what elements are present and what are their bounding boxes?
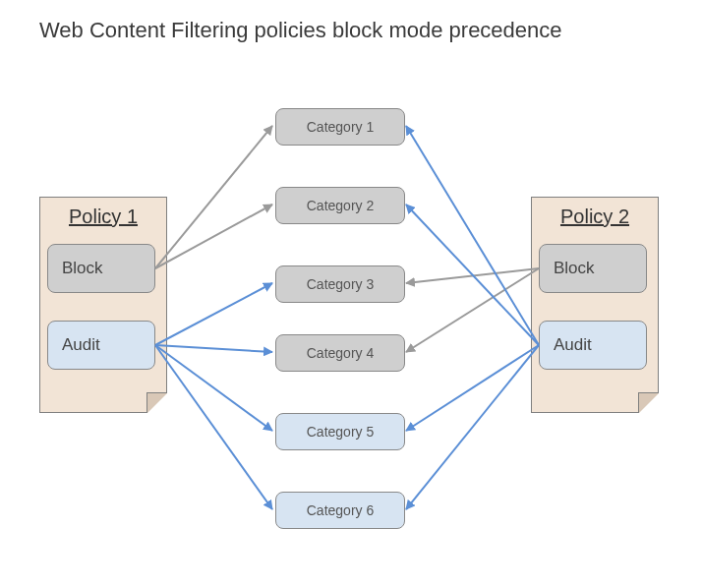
policy-2-title: Policy 2 — [532, 198, 658, 238]
svg-line-8 — [406, 126, 539, 345]
policy-2-block-mode: Block — [539, 244, 647, 293]
policy-1-box: Policy 1 — [39, 197, 167, 413]
policy-1-audit-mode: Audit — [47, 321, 155, 370]
policy-2-audit-mode: Audit — [539, 321, 647, 370]
diagram-title: Web Content Filtering policies block mod… — [39, 18, 562, 43]
svg-line-5 — [155, 345, 272, 509]
policy-1-block-mode: Block — [47, 244, 155, 293]
category-3: Category 3 — [275, 265, 405, 303]
category-1: Category 1 — [275, 108, 405, 146]
svg-line-10 — [406, 345, 539, 431]
category-6: Category 6 — [275, 492, 405, 529]
svg-line-9 — [406, 205, 539, 345]
category-5: Category 5 — [275, 413, 405, 450]
svg-line-3 — [155, 345, 272, 352]
policy-1-title: Policy 1 — [40, 198, 166, 238]
svg-line-2 — [155, 283, 272, 345]
svg-line-1 — [155, 205, 272, 268]
svg-line-4 — [155, 345, 272, 431]
svg-line-7 — [406, 268, 539, 352]
category-2: Category 2 — [275, 187, 405, 224]
svg-line-0 — [155, 126, 272, 268]
svg-line-6 — [406, 268, 539, 283]
category-4: Category 4 — [275, 334, 405, 372]
policy-2-box: Policy 2 — [531, 197, 659, 413]
svg-line-11 — [406, 345, 539, 509]
